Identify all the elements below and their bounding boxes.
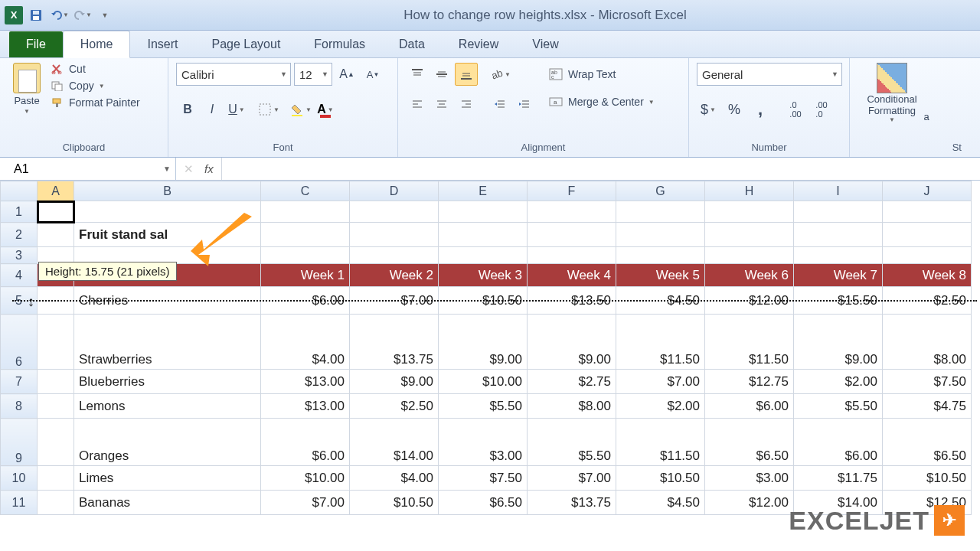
undo-icon[interactable]: ▼: [49, 5, 69, 25]
cell-H8[interactable]: $6.00: [705, 394, 794, 419]
cell-J8[interactable]: $4.75: [883, 394, 972, 419]
header-cell-5[interactable]: Week 5: [616, 264, 705, 287]
cell-C1[interactable]: [261, 201, 350, 223]
align-right-icon[interactable]: [455, 93, 478, 116]
cell-D8[interactable]: $2.50: [350, 394, 439, 419]
cell-F8[interactable]: $8.00: [528, 394, 616, 419]
cell-E8[interactable]: $5.50: [439, 394, 528, 419]
tab-home[interactable]: Home: [63, 31, 131, 58]
format-painter-button[interactable]: Format Painter: [51, 96, 140, 109]
row-header-6[interactable]: 6: [1, 315, 38, 370]
header-cell-4[interactable]: Week 4: [528, 264, 616, 287]
decrease-decimal-icon[interactable]: .00.0: [810, 98, 833, 121]
cell-G8[interactable]: $2.00: [616, 394, 705, 419]
tab-data[interactable]: Data: [382, 31, 442, 57]
cell-D1[interactable]: [350, 201, 439, 223]
col-header-C[interactable]: C: [261, 181, 350, 201]
cell-G1[interactable]: [616, 201, 705, 223]
cell-B11[interactable]: Bananas: [74, 491, 261, 515]
cell-E10[interactable]: $7.50: [439, 466, 528, 491]
cell-F11[interactable]: $13.75: [528, 491, 616, 515]
cell-C7[interactable]: $13.00: [261, 370, 350, 394]
percent-format-icon[interactable]: %: [723, 98, 746, 121]
cell-I9[interactable]: $6.00: [794, 419, 883, 466]
font-size-combo[interactable]: 12▼: [294, 63, 332, 86]
cell-H11[interactable]: $12.00: [705, 491, 794, 515]
cell-G6[interactable]: $11.50: [616, 315, 705, 370]
cell-B6[interactable]: Strawberries: [74, 315, 261, 370]
cell-D9[interactable]: $14.00: [350, 419, 439, 466]
cell-F10[interactable]: $7.00: [528, 466, 616, 491]
cell-I7[interactable]: $2.00: [794, 370, 883, 394]
decrease-indent-icon[interactable]: [488, 93, 511, 116]
row-header-4[interactable]: 4: [1, 264, 38, 287]
cell-B10[interactable]: Limes: [74, 466, 261, 491]
tab-insert[interactable]: Insert: [130, 31, 194, 57]
name-box[interactable]: A1▼: [0, 158, 176, 180]
increase-font-icon[interactable]: A▲: [335, 63, 358, 86]
col-header-D[interactable]: D: [350, 181, 439, 201]
header-cell-8[interactable]: Week 8: [883, 264, 972, 287]
underline-button[interactable]: U▼: [225, 98, 248, 121]
wrap-text-button[interactable]: abcWrap Text: [548, 63, 655, 86]
cell-J9[interactable]: $6.50: [883, 419, 972, 466]
cell-H9[interactable]: $6.50: [705, 419, 794, 466]
save-icon[interactable]: [26, 5, 46, 25]
cell-D6[interactable]: $13.75: [350, 315, 439, 370]
orientation-icon[interactable]: ab▼: [488, 63, 511, 86]
tab-page-layout[interactable]: Page Layout: [194, 31, 297, 57]
cell-C10[interactable]: $10.00: [261, 466, 350, 491]
conditional-formatting-button[interactable]: Conditional Formatting ▼ a: [858, 63, 926, 122]
fill-color-button[interactable]: ▼: [289, 98, 312, 121]
cell-E7[interactable]: $10.00: [439, 370, 528, 394]
header-cell-6[interactable]: Week 6: [705, 264, 794, 287]
cell-H10[interactable]: $3.00: [705, 466, 794, 491]
row-header-1[interactable]: 1: [1, 201, 38, 223]
cell-C6[interactable]: $4.00: [261, 315, 350, 370]
tab-view[interactable]: View: [515, 31, 575, 57]
copy-button[interactable]: Copy ▼: [51, 80, 140, 92]
cell-J7[interactable]: $7.50: [883, 370, 972, 394]
cell-D10[interactable]: $4.00: [350, 466, 439, 491]
cell-J10[interactable]: $10.50: [883, 466, 972, 491]
borders-button[interactable]: ▼: [257, 98, 280, 121]
tab-review[interactable]: Review: [442, 31, 515, 57]
cell-A1[interactable]: [38, 201, 74, 223]
cell-E6[interactable]: $9.00: [439, 315, 528, 370]
cell-C9[interactable]: $6.00: [261, 419, 350, 466]
italic-button[interactable]: I: [201, 98, 224, 121]
cell-G10[interactable]: $10.50: [616, 466, 705, 491]
cell-G9[interactable]: $11.50: [616, 419, 705, 466]
cell-C11[interactable]: $7.00: [261, 491, 350, 515]
cancel-formula-icon[interactable]: ✕: [184, 162, 194, 176]
col-header-B[interactable]: B: [74, 181, 261, 201]
cell-D7[interactable]: $9.00: [350, 370, 439, 394]
tab-file[interactable]: File: [9, 31, 63, 57]
font-name-combo[interactable]: Calibri▼: [176, 63, 291, 86]
cell-H7[interactable]: $12.75: [705, 370, 794, 394]
cell-F1[interactable]: [528, 201, 616, 223]
align-bottom-icon[interactable]: [455, 63, 478, 86]
select-all-corner[interactable]: [1, 181, 38, 201]
header-cell-2[interactable]: Week 2: [350, 264, 439, 287]
comma-format-icon[interactable]: ,: [749, 98, 772, 121]
row-header-10[interactable]: 10: [1, 466, 38, 491]
cell-I6[interactable]: $9.00: [794, 315, 883, 370]
cell-J1[interactable]: [883, 201, 972, 223]
cell-J6[interactable]: $8.00: [883, 315, 972, 370]
align-top-icon[interactable]: [406, 63, 429, 86]
cell-B7[interactable]: Blueberries: [74, 370, 261, 394]
cell-I10[interactable]: $11.75: [794, 466, 883, 491]
cell-H6[interactable]: $11.50: [705, 315, 794, 370]
bold-button[interactable]: B: [176, 98, 199, 121]
col-header-F[interactable]: F: [528, 181, 616, 201]
fx-icon[interactable]: fx: [204, 162, 214, 175]
row-header-2[interactable]: 2: [1, 223, 38, 247]
cell-H1[interactable]: [705, 201, 794, 223]
decrease-font-icon[interactable]: A▼: [361, 63, 384, 86]
row-header-3[interactable]: 3: [1, 247, 38, 264]
redo-icon[interactable]: ▼: [72, 5, 92, 25]
align-middle-icon[interactable]: [430, 63, 453, 86]
cell-B8[interactable]: Lemons: [74, 394, 261, 419]
row-header-7[interactable]: 7: [1, 370, 38, 394]
